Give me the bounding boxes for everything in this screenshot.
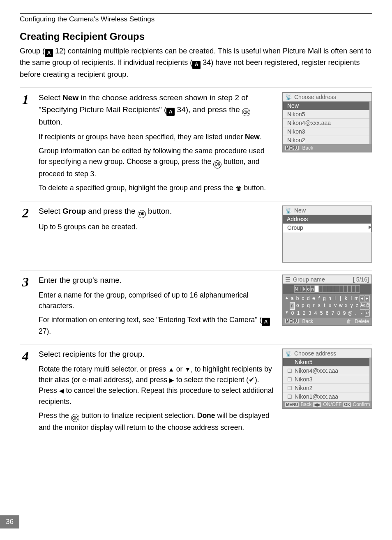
reference-icon: A [262, 318, 270, 326]
list-item: Nikon5 [283, 110, 369, 118]
list-item: Nikon5 [283, 358, 369, 366]
list-item: Nikon3 [283, 127, 369, 136]
page-number: 36 [0, 515, 19, 528]
nav-tag: ◀▶ [313, 402, 321, 407]
ok-tag: OK [343, 402, 351, 407]
step-paragraph: Press the OK button to finalize recipien… [39, 410, 274, 433]
char-counter: [ 5/16] [353, 276, 369, 283]
reference-icon: A [45, 49, 53, 57]
text-input-bar: N i k o n [283, 284, 371, 294]
step-paragraph: Enter a name for the group, comprised of… [39, 290, 274, 312]
step-title: Enter the group's name. [39, 275, 274, 286]
camera-screen-new: 📡New Address Group [282, 205, 372, 263]
step-paragraph: Up to 5 groups can be created. [39, 222, 274, 232]
step-number: 2 [20, 206, 31, 219]
step-title: Select recipients for the group. [39, 348, 274, 360]
reference-icon: A [166, 108, 175, 116]
step-paragraph: If recipients or groups have been specif… [39, 132, 274, 142]
menu-tag: MENU [285, 402, 299, 407]
antenna-icon: 📡 [285, 94, 292, 100]
camera-screen-group-name: ☰Group name [ 5/16] N i k o n ▲ abcdefgh… [282, 275, 372, 325]
menu-tag: MENU [285, 146, 299, 150]
section-heading: Creating Recipient Groups [20, 31, 372, 42]
camera-screen-choose-address: 📡Choose address New Nikon5 Nikon4@xxx.aa… [282, 92, 372, 152]
list-item: Group [283, 223, 371, 232]
step-title: Select New in the choose address screen … [39, 92, 274, 128]
list-item: Nikon3 [283, 375, 369, 383]
menu-tag: MENU [285, 319, 299, 323]
step-number: 4 [20, 349, 31, 362]
step-number: 1 [20, 93, 31, 106]
list-item: New [283, 101, 369, 110]
step-4: 4 Select recipients for the group. Rotat… [20, 348, 372, 433]
step-number: 3 [20, 275, 31, 288]
list-item: Address [283, 215, 371, 223]
antenna-icon: 📡 [285, 351, 292, 357]
up-arrow-icon: ▲ [168, 366, 174, 373]
step-paragraph: Group information can be edited by follo… [39, 145, 274, 179]
ok-button-icon: OK [242, 108, 250, 116]
right-arrow-icon: ▶ [169, 376, 174, 383]
left-arrow-icon: ◀ [59, 387, 64, 394]
list-item: Nikon2 [283, 383, 369, 392]
step-2: 2 Select Group and press the OK button. … [20, 205, 372, 263]
step-1: 1 Select New in the choose address scree… [20, 92, 372, 194]
onscreen-keyboard: ▲ abcdefghijklm◂▸ nopqrstuvwxyzAa@ ▼ 012… [283, 294, 371, 317]
list-item: Nikon4@xxx.aaa [283, 366, 369, 375]
camera-screen-choose-recipients: 📡Choose address Nikon5 Nikon4@xxx.aaa Ni… [282, 348, 372, 409]
list-icon: ☰ [285, 276, 291, 283]
step-paragraph: Rotate the rotary multi selector, or pre… [39, 364, 274, 407]
list-item: Nikon4@xxx.aaa [283, 118, 369, 127]
step-title: Select Group and press the OK button. [39, 205, 274, 218]
list-item: Nikon2 [283, 136, 369, 144]
running-head: Configuring the Camera's Wireless Settin… [20, 15, 372, 23]
intro-paragraph: Group (A 12) containing multiple recipie… [20, 46, 372, 80]
step-3: 3 Enter the group's name. Enter a name f… [20, 275, 372, 337]
reference-icon: A [192, 61, 201, 69]
ok-button-icon: OK [71, 414, 79, 422]
trash-icon: 🗑 [235, 185, 242, 192]
ok-button-icon: OK [213, 160, 221, 168]
ok-button-icon: OK [138, 210, 146, 218]
step-paragraph: To delete a specified group, highlight t… [39, 182, 274, 194]
down-arrow-icon: ▼ [184, 366, 191, 373]
list-item: Nikon1@xxx.aaa [283, 392, 369, 401]
check-icon: ✔ [249, 376, 255, 384]
step-paragraph: For information on entering text, see "E… [39, 314, 274, 337]
antenna-icon: 📡 [285, 208, 292, 214]
